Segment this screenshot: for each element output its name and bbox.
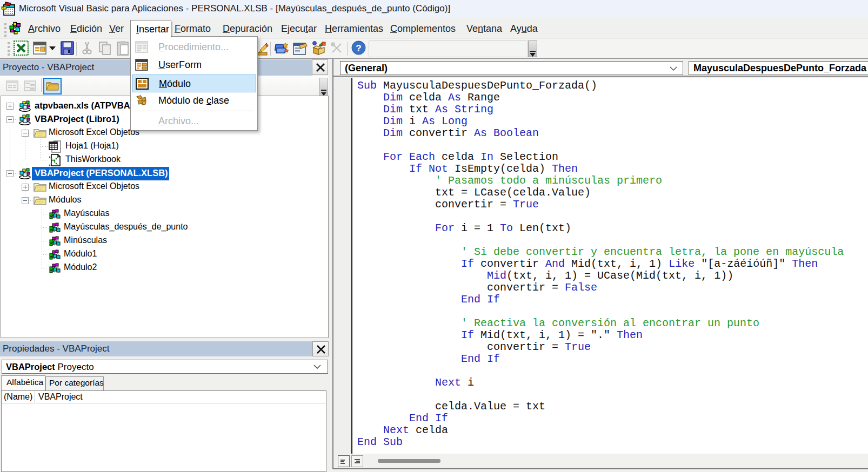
svg-text:?: ?: [356, 43, 361, 53]
